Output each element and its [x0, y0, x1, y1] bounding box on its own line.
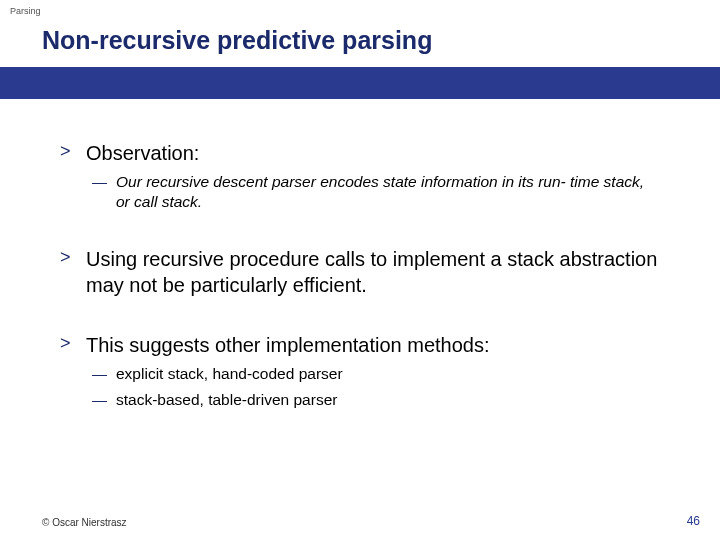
- content-area: > Observation: — Our recursive descent p…: [60, 140, 660, 445]
- bullet-item: > Using recursive procedure calls to imp…: [60, 246, 660, 298]
- title-band: [0, 67, 720, 99]
- sub-text: explicit stack, hand-coded parser: [116, 364, 343, 384]
- sub-text: Our recursive descent parser encodes sta…: [116, 172, 660, 212]
- sub-marker: —: [92, 364, 116, 384]
- bullet-text: Using recursive procedure calls to imple…: [86, 246, 660, 298]
- footer-copyright: © Oscar Nierstrasz: [42, 517, 127, 528]
- sub-marker: —: [92, 172, 116, 192]
- page-number: 46: [687, 514, 700, 528]
- title-area: Non-recursive predictive parsing: [0, 26, 720, 99]
- sub-item: — explicit stack, hand-coded parser: [92, 364, 660, 384]
- breadcrumb: Parsing: [10, 6, 41, 16]
- bullet-text: Observation:: [86, 140, 199, 166]
- bullet-item: > Observation:: [60, 140, 660, 166]
- bullet-item: > This suggests other implementation met…: [60, 332, 660, 358]
- bullet-marker: >: [60, 246, 86, 269]
- sub-item: — stack-based, table-driven parser: [92, 390, 660, 410]
- bullet-block: > This suggests other implementation met…: [60, 332, 660, 410]
- bullet-block: > Using recursive procedure calls to imp…: [60, 246, 660, 298]
- slide-title: Non-recursive predictive parsing: [0, 26, 720, 67]
- bullet-block: > Observation: — Our recursive descent p…: [60, 140, 660, 212]
- bullet-marker: >: [60, 332, 86, 355]
- bullet-text: This suggests other implementation metho…: [86, 332, 490, 358]
- sub-marker: —: [92, 390, 116, 410]
- sub-text: stack-based, table-driven parser: [116, 390, 337, 410]
- bullet-marker: >: [60, 140, 86, 163]
- sub-item: — Our recursive descent parser encodes s…: [92, 172, 660, 212]
